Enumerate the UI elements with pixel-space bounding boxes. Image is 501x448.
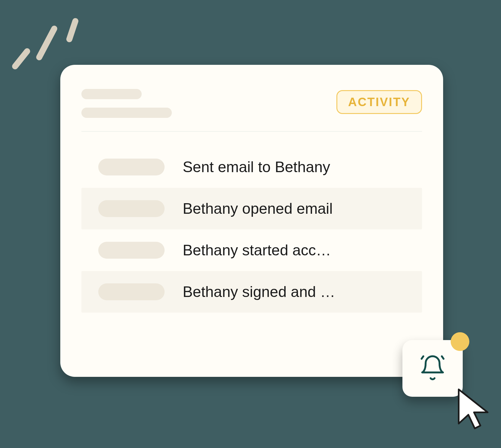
panel-header: ACTIVITY — [60, 65, 443, 131]
tab-activity[interactable]: ACTIVITY — [336, 90, 422, 114]
activity-text: Sent email to Bethany — [183, 158, 405, 176]
activity-list: Sent email to Bethany Bethany opened ema… — [60, 132, 443, 313]
activity-row[interactable]: Bethany signed and … — [81, 271, 422, 313]
bell-ringing-icon — [419, 354, 446, 383]
activity-text: Bethany signed and … — [183, 283, 405, 301]
svg-line-2 — [69, 21, 75, 39]
notification-badge — [451, 332, 469, 351]
activity-row[interactable]: Bethany started acc… — [81, 229, 422, 271]
activity-panel: ACTIVITY Sent email to Bethany Bethany o… — [60, 65, 443, 377]
timestamp-skeleton — [98, 159, 165, 175]
skeleton-line — [81, 89, 142, 99]
skeleton-line — [81, 108, 172, 118]
header-skeleton — [81, 86, 172, 118]
timestamp-skeleton — [98, 283, 165, 300]
activity-text: Bethany opened email — [183, 200, 405, 217]
activity-text: Bethany started acc… — [183, 241, 405, 259]
cursor-pointer-icon — [454, 387, 496, 436]
activity-row[interactable]: Bethany opened email — [81, 188, 422, 229]
svg-line-0 — [15, 51, 27, 66]
timestamp-skeleton — [98, 242, 165, 259]
activity-row[interactable]: Sent email to Bethany — [81, 146, 422, 188]
timestamp-skeleton — [98, 200, 165, 217]
svg-line-1 — [39, 29, 54, 57]
notifications-button[interactable] — [402, 340, 463, 397]
